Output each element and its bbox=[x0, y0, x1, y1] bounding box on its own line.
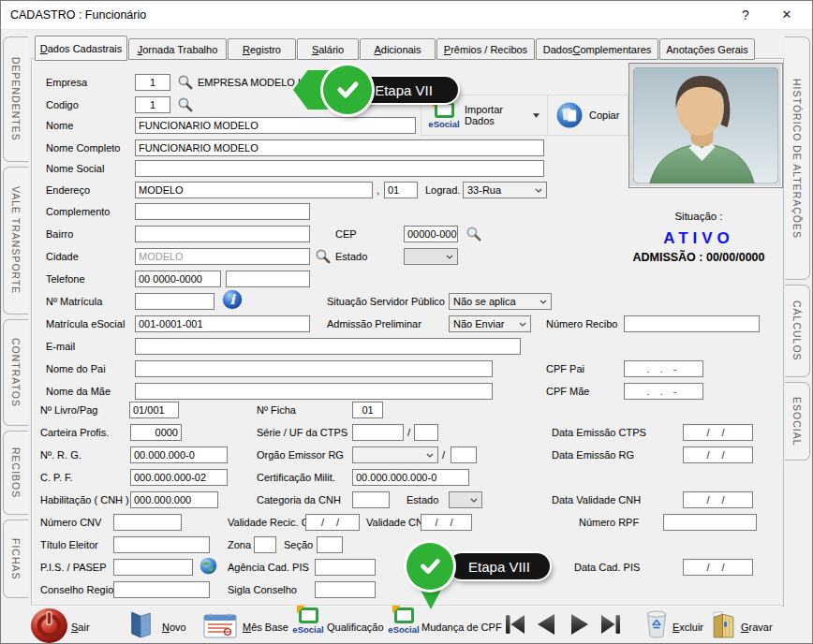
sidebar-tab-calculos[interactable]: CÁLCULOS bbox=[785, 285, 810, 377]
conselho-regional-field[interactable] bbox=[113, 581, 210, 598]
tab-anotacoes-gerais[interactable]: Anotações Gerais bbox=[659, 38, 755, 60]
tab-premios-recibos[interactable]: Prêmios / Recibos bbox=[436, 38, 535, 60]
zona-field[interactable] bbox=[254, 536, 276, 553]
mudanca-cpf-label[interactable]: Mudança de CPF bbox=[421, 622, 502, 633]
rg-field[interactable]: 00.000.000-0 bbox=[130, 446, 228, 463]
situacao-servidor-select[interactable]: Não se aplica bbox=[449, 293, 552, 310]
sidebar-tab-esocial[interactable]: ESOCIAL bbox=[785, 382, 810, 461]
gravar-button[interactable] bbox=[711, 608, 736, 641]
mes-base-label[interactable]: Mês Base bbox=[243, 622, 288, 633]
nome-pai-field[interactable] bbox=[135, 360, 493, 377]
sidebar-tab-dependentes[interactable]: DEPENDENTES bbox=[3, 37, 28, 162]
mudanca-cpf-button[interactable]: eSocial bbox=[389, 607, 419, 635]
nome-field[interactable]: FUNCIONARIO MODELO bbox=[135, 117, 416, 134]
cpf-mae-field[interactable]: . . - bbox=[624, 383, 703, 400]
numero-cnv-field[interactable] bbox=[113, 514, 182, 531]
telefone1-field[interactable]: 00 0000-0000 bbox=[135, 271, 221, 287]
tab-adicionais[interactable]: Adicionais bbox=[360, 38, 436, 60]
data-cad-pis-field[interactable]: / / bbox=[683, 559, 753, 576]
carteira-field[interactable]: 0000 bbox=[130, 424, 182, 441]
cidade-search-icon[interactable] bbox=[315, 248, 331, 266]
numero-recibo-field[interactable] bbox=[624, 315, 760, 332]
sidebar-tab-contratos[interactable]: CONTRATOS bbox=[3, 319, 28, 426]
serie-ctps-field[interactable] bbox=[352, 424, 404, 441]
uf-rg-field[interactable] bbox=[451, 446, 477, 463]
empresa-code-field[interactable]: 1 bbox=[135, 74, 170, 91]
cep-search-icon[interactable] bbox=[466, 226, 481, 243]
sidebar-tab-recibos[interactable]: RECIBOS bbox=[3, 431, 28, 515]
sair-label[interactable]: Sair bbox=[71, 622, 90, 633]
data-validade-cnh-field[interactable]: / / bbox=[683, 491, 753, 508]
cpf-field[interactable]: 000.000.000-02 bbox=[130, 469, 228, 486]
codigo-field[interactable]: 1 bbox=[135, 96, 170, 113]
excluir-label[interactable]: Excluir bbox=[673, 622, 703, 633]
qualificacao-button[interactable]: eSocial bbox=[293, 607, 323, 635]
estado-cnh-select[interactable] bbox=[449, 491, 482, 508]
cep-field[interactable]: 00000-000 bbox=[404, 226, 458, 242]
ficha-label: Nº Ficha bbox=[257, 404, 296, 416]
email-field[interactable] bbox=[135, 338, 521, 355]
cnh-field[interactable]: 000.000.000 bbox=[130, 491, 218, 508]
nav-previous-button[interactable] bbox=[533, 610, 561, 640]
lograd-select[interactable]: 33-Rua bbox=[463, 182, 547, 198]
validade-cnv-field[interactable]: / / bbox=[421, 514, 472, 531]
endereco-numero-field[interactable]: 01 bbox=[384, 182, 418, 198]
nome-completo-field[interactable]: FUNCIONARIO MODELO bbox=[135, 139, 544, 156]
categoria-cnh-field[interactable] bbox=[352, 491, 390, 508]
sidebar-tab-fichas[interactable]: FICHAS bbox=[3, 520, 28, 598]
nav-next-button[interactable] bbox=[565, 610, 593, 640]
novo-label[interactable]: Novo bbox=[162, 622, 186, 633]
agencia-pis-field[interactable] bbox=[315, 559, 376, 576]
qualificacao-label[interactable]: Qualificação bbox=[327, 622, 384, 633]
tab-salario[interactable]: Salário bbox=[297, 38, 359, 60]
nav-last-button[interactable] bbox=[597, 610, 625, 640]
sair-button[interactable] bbox=[30, 607, 68, 644]
matricula-field[interactable] bbox=[135, 293, 214, 310]
codigo-search-icon[interactable] bbox=[177, 96, 193, 114]
cpf-pai-field[interactable]: . . - bbox=[624, 360, 703, 377]
info-icon[interactable]: i bbox=[222, 289, 243, 312]
tab-jornada-trabalho[interactable]: Jornada Trabalho bbox=[128, 38, 227, 60]
novo-button[interactable] bbox=[126, 609, 155, 641]
tab-dados-cadastrais[interactable]: Dados Cadastrais bbox=[35, 36, 127, 61]
titulo-eleitor-field[interactable] bbox=[113, 536, 210, 553]
nome-mae-field[interactable] bbox=[135, 383, 493, 400]
empresa-search-icon[interactable] bbox=[177, 74, 193, 92]
tab-dados-complementares[interactable]: Dados Complementares bbox=[536, 38, 658, 60]
cpf-mae-label: CPF Mãe bbox=[546, 386, 589, 397]
sidebar-tab-historico-alteracoes[interactable]: HISTÓRICO DE ALTERAÇÕES bbox=[785, 37, 810, 280]
secao-field[interactable] bbox=[317, 536, 343, 553]
excluir-button[interactable] bbox=[643, 608, 670, 641]
globe-icon[interactable] bbox=[200, 557, 217, 577]
help-button[interactable]: ? bbox=[733, 5, 758, 25]
copiar-button[interactable]: Copiar bbox=[548, 95, 627, 135]
nome-social-field[interactable] bbox=[135, 160, 544, 177]
complemento-field[interactable] bbox=[135, 203, 310, 220]
validade-recic-cnv-field[interactable]: / / bbox=[305, 514, 360, 531]
admissao-preliminar-select[interactable]: Não Enviar bbox=[449, 315, 531, 332]
cidade-field[interactable]: MODELO bbox=[135, 248, 310, 265]
certificacao-milit-field[interactable]: 00.000.000.000-0 bbox=[352, 469, 469, 486]
orgao-emissor-rg-select[interactable] bbox=[352, 446, 438, 463]
uf-ctps-field[interactable] bbox=[414, 424, 438, 441]
estado-select[interactable] bbox=[404, 248, 458, 265]
matricula-esocial-field[interactable]: 001-0001-001 bbox=[135, 315, 310, 332]
data-emissao-rg-field[interactable]: / / bbox=[683, 446, 753, 463]
gravar-label[interactable]: Gravar bbox=[741, 622, 773, 633]
nav-first-button[interactable] bbox=[501, 610, 529, 640]
pis-field[interactable] bbox=[113, 559, 193, 576]
numero-rpf-field[interactable] bbox=[663, 514, 757, 531]
data-emissao-ctps-field[interactable]: / / bbox=[683, 424, 753, 441]
ficha-field[interactable]: 01 bbox=[352, 402, 383, 418]
endereco-field[interactable]: MODELO bbox=[135, 182, 373, 198]
mes-base-button[interactable] bbox=[201, 610, 239, 642]
livro-pag-field[interactable]: 01/001 bbox=[129, 402, 179, 418]
bairro-field[interactable] bbox=[135, 226, 310, 242]
tab-registro[interactable]: Registro bbox=[228, 38, 296, 60]
sigla-conselho-field[interactable] bbox=[315, 581, 376, 598]
close-button[interactable]: ✕ bbox=[775, 5, 799, 25]
telefone2-field[interactable] bbox=[226, 271, 310, 287]
sidebar-tab-vale-transporte[interactable]: VALE TRANSPORTE bbox=[3, 167, 28, 315]
employee-photo[interactable] bbox=[628, 63, 783, 188]
matricula-label: Nº Matrícula bbox=[46, 296, 102, 307]
